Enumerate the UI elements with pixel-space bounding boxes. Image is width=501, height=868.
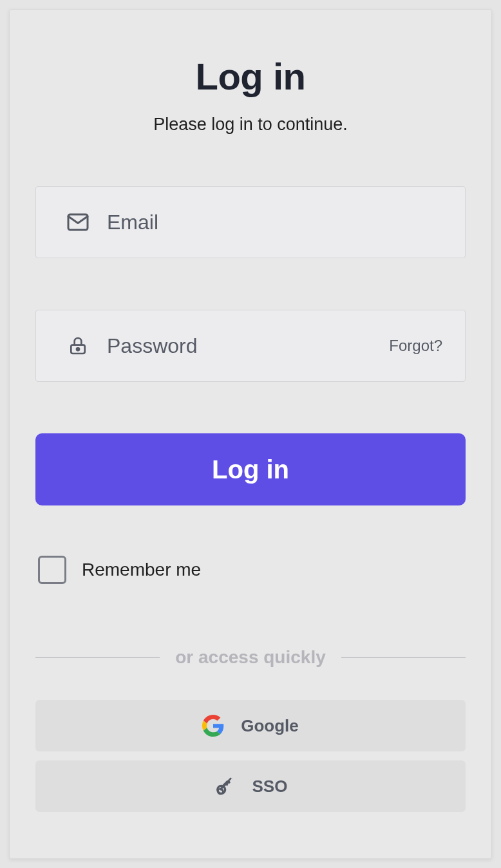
google-button-label: Google	[241, 716, 299, 736]
divider-label: or access quickly	[175, 647, 325, 668]
page-subtitle: Please log in to continue.	[35, 115, 466, 135]
google-icon	[202, 715, 224, 737]
svg-point-4	[220, 789, 222, 791]
mail-icon	[66, 211, 90, 234]
login-card: Log in Please log in to continue. Forgot…	[9, 9, 492, 859]
email-field[interactable]	[35, 186, 466, 258]
google-login-button[interactable]: Google	[35, 700, 466, 751]
remember-row: Remember me	[35, 556, 466, 584]
forgot-password-link[interactable]: Forgot?	[389, 337, 442, 355]
page-title: Log in	[35, 55, 466, 98]
svg-point-2	[77, 348, 79, 350]
divider-line-right	[341, 657, 466, 658]
remember-label: Remember me	[82, 560, 201, 580]
divider: or access quickly	[35, 647, 466, 668]
sso-button-label: SSO	[252, 777, 288, 797]
divider-line-left	[35, 657, 160, 658]
lock-icon	[66, 334, 90, 357]
remember-checkbox[interactable]	[38, 556, 66, 584]
password-group: Forgot?	[35, 310, 466, 382]
sso-login-button[interactable]: SSO	[35, 760, 466, 812]
key-icon	[214, 775, 236, 797]
login-button[interactable]: Log in	[35, 433, 466, 505]
email-group	[35, 186, 466, 258]
